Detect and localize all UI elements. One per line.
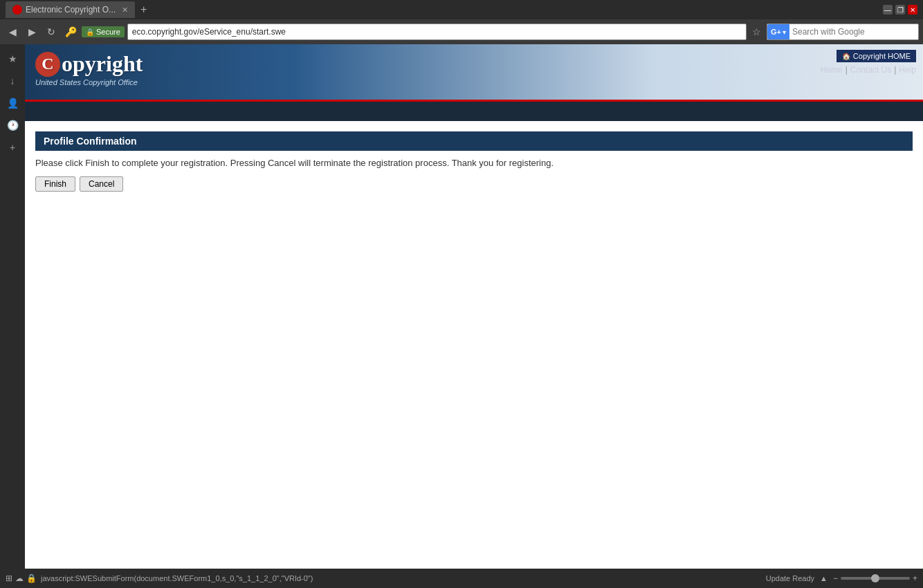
copyright-c-logo: C: [35, 52, 60, 77]
sidebar-bookmarks-icon[interactable]: ★: [3, 50, 21, 68]
google-g-icon: G+: [771, 28, 781, 36]
zoom-thumb: [871, 574, 879, 582]
sidebar-history-icon[interactable]: 🕐: [3, 116, 21, 134]
copyright-home-text: Copyright HOME: [853, 52, 911, 60]
zoom-slider[interactable]: − +: [833, 573, 917, 583]
site-header: C opyright United States Copyright Offic…: [25, 44, 923, 100]
header-nav-links: Home | Contact Us | Help: [821, 65, 916, 75]
copyright-title-text: opyright: [62, 51, 143, 77]
status-bar-left: ⊞ ☁ 🔒 javascript:SWESubmitForm(document.…: [6, 573, 313, 583]
status-lock-icon[interactable]: 🔒: [26, 573, 37, 583]
section-title-text: Profile Confirmation: [44, 136, 137, 147]
secure-badge: 🔒 Secure: [82, 26, 125, 37]
zoom-out-icon[interactable]: −: [833, 573, 838, 583]
url-text: eco.copyright.gov/eService_enu/start.swe: [132, 27, 286, 37]
status-up-arrow: ▲: [820, 574, 828, 582]
section-title-box: Profile Confirmation: [35, 131, 913, 151]
window-controls: — ❐ ✕: [883, 5, 917, 15]
home-nav-link[interactable]: Home: [821, 65, 843, 75]
header-right: 🏠 Copyright HOME Home | Contact Us | Hel…: [821, 50, 916, 75]
sidebar-user-icon[interactable]: 👤: [3, 94, 21, 112]
search-input[interactable]: [789, 27, 918, 37]
site-nav-stripe: [25, 102, 923, 121]
finish-button[interactable]: Finish: [35, 176, 75, 192]
navigation-bar: ◀ ▶ ↻ 🔑 🔒 Secure eco.copyright.gov/eServ…: [0, 19, 923, 44]
copyright-logo: C opyright United States Copyright Offic…: [35, 51, 143, 86]
main-content-area: C opyright United States Copyright Offic…: [25, 44, 923, 569]
home-icon: 🏠: [842, 53, 850, 60]
minimize-button[interactable]: —: [883, 5, 893, 15]
bookmark-icon[interactable]: ☆: [752, 26, 761, 37]
forward-button[interactable]: ▶: [24, 24, 40, 40]
confirmation-text: Please click Finish to complete your reg…: [35, 158, 913, 168]
close-button[interactable]: ✕: [908, 5, 917, 15]
browser-tab[interactable]: Electronic Copyright O... ✕: [6, 1, 135, 18]
title-bar-left: Electronic Copyright O... ✕ +: [6, 1, 147, 18]
search-dropdown-icon: ▾: [783, 28, 786, 36]
zoom-in-icon[interactable]: +: [913, 573, 917, 583]
search-bar[interactable]: G+ ▾: [767, 24, 919, 40]
copyright-title: C opyright: [35, 51, 143, 77]
copyright-subtitle: United States Copyright Office: [35, 78, 143, 86]
security-button[interactable]: 🔑: [62, 24, 79, 40]
button-group: Finish Cancel: [35, 176, 913, 192]
copyright-home-link[interactable]: 🏠 Copyright HOME: [837, 50, 916, 62]
status-bar: ⊞ ☁ 🔒 javascript:SWESubmitForm(document.…: [0, 569, 923, 588]
tab-close-icon[interactable]: ✕: [122, 6, 128, 15]
reload-button[interactable]: ↻: [43, 24, 60, 40]
sidebar: ★ ↓ 👤 🕐 +: [0, 44, 25, 569]
contact-us-nav-link[interactable]: Contact Us: [850, 65, 891, 75]
status-url-text: javascript:SWESubmitForm(document.SWEFor…: [41, 574, 313, 582]
title-bar: Electronic Copyright O... ✕ + — ❐ ✕: [0, 0, 923, 19]
sidebar-add-icon[interactable]: +: [3, 138, 21, 156]
status-bar-right: Update Ready ▲ − +: [766, 573, 917, 583]
help-nav-link[interactable]: Help: [899, 65, 916, 75]
url-bar[interactable]: eco.copyright.gov/eService_enu/start.swe: [127, 24, 747, 40]
search-engine-button[interactable]: G+ ▾: [767, 24, 789, 39]
back-button[interactable]: ◀: [4, 24, 21, 40]
page-body: Profile Confirmation Please click Finish…: [25, 121, 923, 202]
sidebar-downloads-icon[interactable]: ↓: [3, 72, 21, 90]
status-cloud-icon[interactable]: ☁: [15, 573, 24, 583]
restore-button[interactable]: ❐: [895, 5, 905, 15]
zoom-track: [841, 577, 910, 580]
new-tab-button[interactable]: +: [140, 3, 147, 16]
secure-label: Secure: [96, 28, 120, 36]
update-ready-text: Update Ready: [766, 574, 814, 582]
opera-logo-icon: [12, 5, 22, 15]
cancel-button[interactable]: Cancel: [80, 176, 123, 192]
tab-title: Electronic Copyright O...: [26, 5, 116, 15]
lock-icon: 🔒: [86, 28, 94, 36]
status-screen-icon[interactable]: ⊞: [6, 573, 12, 583]
status-icons: ⊞ ☁ 🔒: [6, 573, 37, 583]
